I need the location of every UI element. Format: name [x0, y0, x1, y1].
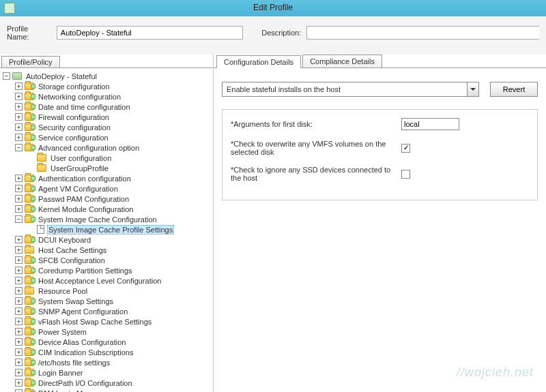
expander-icon[interactable]: + — [15, 379, 23, 387]
folder-icon — [25, 297, 34, 305]
expander-icon[interactable]: + — [15, 318, 23, 325]
expander-icon[interactable]: + — [15, 359, 23, 366]
tree-item[interactable]: + Storage configuration — [3, 81, 210, 91]
folder-icon — [25, 144, 34, 151]
ignore-ssd-checkbox[interactable] — [401, 170, 410, 179]
tree-item[interactable]: + Authentication configuration — [3, 173, 210, 183]
policy-tree[interactable]: − AutoDeploy - Stateful + Storage config… — [0, 68, 213, 392]
tab-compliance-details[interactable]: Compliance Details — [302, 55, 382, 67]
tree-item[interactable]: + Host Cache Settings — [3, 245, 210, 255]
tree-item[interactable]: − Advanced configuration option — [3, 142, 210, 153]
expander-icon[interactable]: + — [15, 205, 23, 213]
first-disk-arg-label: *Arguments for first disk: — [231, 120, 401, 128]
chevron-down-icon[interactable] — [467, 82, 478, 96]
expander-icon[interactable]: + — [15, 185, 23, 192]
expander-icon[interactable]: + — [15, 256, 23, 264]
expander-icon[interactable]: + — [15, 236, 23, 243]
expander-icon[interactable]: + — [15, 338, 23, 346]
tree-item[interactable]: + DirectPath I/O Configuration — [3, 378, 210, 388]
tree-item[interactable]: + Power System — [3, 327, 210, 337]
tree-item-label: Kernel Module Configuration — [37, 205, 134, 213]
expander-icon[interactable]: + — [15, 175, 23, 182]
tree-item-label: UserGroupProfile — [49, 164, 110, 172]
tree-item[interactable]: + SFCB Configuration — [3, 255, 210, 265]
expander-icon[interactable]: + — [15, 123, 23, 131]
tree-item-label: Agent VM Configuration — [37, 185, 119, 193]
tree-item[interactable]: + Resource Pool — [3, 286, 210, 296]
tree-item[interactable]: + Firewall configuration — [3, 112, 210, 122]
expander-icon[interactable]: + — [15, 348, 23, 356]
folder-icon — [25, 277, 34, 284]
first-disk-arg-input[interactable] — [401, 118, 459, 130]
tree-item[interactable]: User configuration — [3, 153, 210, 163]
configuration-details-panel: Enable stateful installs on the host Rev… — [214, 68, 546, 214]
tree-item[interactable]: + SNMP Agent Configuration — [3, 306, 210, 316]
expander-icon[interactable]: − — [3, 72, 10, 80]
tree-item[interactable]: + Host Acceptance Level Configuration — [3, 275, 210, 286]
tree-item[interactable]: − System Image Cache Configuration — [3, 214, 210, 224]
folder-icon — [25, 185, 34, 192]
expander-icon[interactable]: + — [15, 113, 23, 121]
tree-item[interactable]: + Passwd PAM Configuration — [3, 194, 210, 204]
tree-item-label: DCUI Keyboard — [37, 236, 92, 244]
folder-icon — [25, 267, 34, 274]
expander-icon[interactable]: + — [15, 93, 23, 100]
expander-icon[interactable]: + — [15, 103, 23, 110]
tree-item[interactable]: + PAM Login Map — [3, 388, 210, 392]
tree-item[interactable]: + Kernel Module Configuration — [3, 204, 210, 214]
tree-item-label: CIM Indication Subscriptions — [37, 348, 134, 357]
profile-name-input[interactable] — [57, 26, 243, 40]
tree-item[interactable]: + Login Banner — [3, 367, 210, 378]
tree-item[interactable]: + Device Alias Configuration — [3, 337, 210, 347]
revert-button[interactable]: Revert — [490, 82, 538, 97]
tree-item[interactable]: + Networking configuration — [3, 91, 210, 102]
expander-icon[interactable]: + — [15, 307, 23, 315]
tree-item[interactable]: + CIM Indication Subscriptions — [3, 347, 210, 357]
expander-icon[interactable]: + — [15, 277, 23, 284]
tree-item-label: vFlash Host Swap Cache Settings — [37, 318, 153, 326]
expander-icon[interactable]: + — [15, 389, 23, 392]
expander-icon[interactable]: + — [15, 195, 23, 202]
tree-item[interactable]: + System Swap Settings — [3, 296, 210, 306]
overwrite-vmfs-checkbox[interactable] — [401, 144, 410, 153]
expander-icon[interactable]: + — [15, 246, 23, 254]
expander-icon[interactable]: + — [15, 328, 23, 335]
policy-option-value: Enable stateful installs on the host — [227, 85, 341, 93]
policy-option-dropdown[interactable]: Enable stateful installs on the host — [222, 82, 479, 97]
left-tab[interactable]: Profile/Policy — [1, 56, 60, 67]
right-tab-header: Configuration Details Compliance Details — [214, 55, 546, 68]
tree-item-label: /etc/hosts file settings — [37, 359, 111, 367]
folder-icon — [25, 195, 34, 202]
tree-item[interactable]: UserGroupProfile — [3, 163, 210, 173]
folder-icon — [25, 113, 34, 121]
tree-item[interactable]: + Agent VM Configuration — [3, 183, 210, 194]
main-split: Profile/Policy − AutoDeploy - Stateful +… — [0, 55, 546, 392]
tree-item[interactable]: + /etc/hosts file settings — [3, 357, 210, 367]
tree-item[interactable]: + Date and time configuration — [3, 102, 210, 112]
tree-item[interactable]: + Service configuration — [3, 132, 210, 142]
page-icon — [37, 225, 44, 234]
expander-icon[interactable]: + — [15, 82, 23, 90]
tree-item-label: Storage configuration — [37, 82, 111, 91]
tree-item-label: Authentication configuration — [37, 175, 132, 183]
expander-icon[interactable]: + — [15, 134, 23, 141]
expander-icon[interactable]: + — [15, 369, 23, 376]
folder-icon — [25, 103, 34, 110]
tab-configuration-details[interactable]: Configuration Details — [216, 55, 301, 68]
tree-item[interactable]: + vFlash Host Swap Cache Settings — [3, 316, 210, 327]
tree-item[interactable]: + Coredump Partition Settings — [3, 265, 210, 275]
tree-item[interactable]: + Security configuration — [3, 122, 210, 132]
description-input[interactable] — [306, 26, 539, 40]
expander-icon[interactable]: − — [15, 215, 23, 223]
expander-icon[interactable]: − — [15, 144, 23, 151]
tree-root[interactable]: − AutoDeploy - Stateful — [3, 71, 210, 81]
expander-icon[interactable]: + — [15, 287, 23, 295]
tree-item[interactable]: + DCUI Keyboard — [3, 235, 210, 245]
tree-item[interactable]: System Image Cache Profile Settings — [3, 224, 210, 235]
expander-icon[interactable]: + — [15, 297, 23, 305]
tree-item-label: Passwd PAM Configuration — [37, 195, 130, 203]
expander-icon[interactable]: + — [15, 267, 23, 274]
overwrite-vmfs-label: *Check to overwrite any VMFS volumes on … — [231, 140, 401, 156]
folder-icon — [25, 328, 34, 335]
tree-item-label: System Swap Settings — [37, 297, 115, 305]
